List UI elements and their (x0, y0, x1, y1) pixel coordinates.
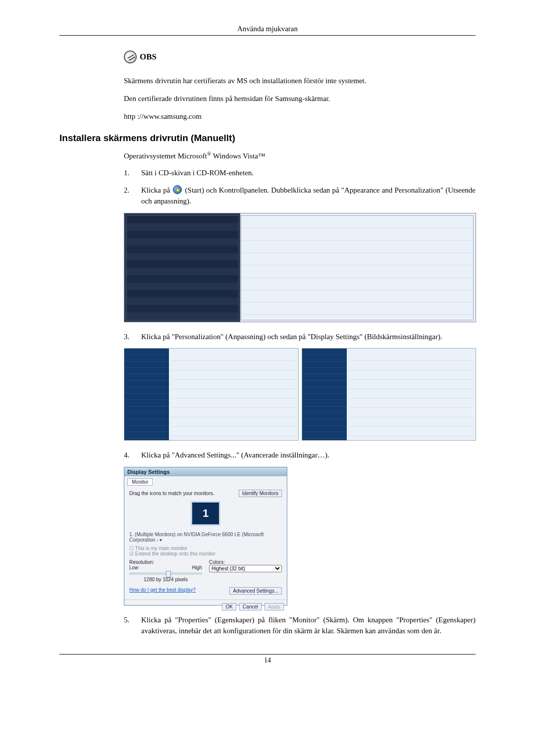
ok-button[interactable]: OK (222, 603, 236, 610)
step-text: Klicka på "Personalization" (Anpassning)… (141, 331, 476, 343)
screenshot-control-panel (124, 213, 476, 322)
resolution-label: Resolution: (129, 559, 202, 565)
dialog-title: Display Settings (124, 467, 287, 476)
steps-list-cont2: 4. Klicka på "Advanced Settings..." (Ava… (124, 450, 476, 461)
figure-start-control-panel (124, 213, 476, 322)
panel-right (302, 348, 477, 441)
figure-display-settings: Display Settings Monitor Drag the icons … (124, 467, 476, 605)
os-suffix: Windows Vista™ (211, 152, 265, 160)
step-number: 1. (124, 167, 141, 179)
obs-para-2: Den certifierade drivrutinen finns på he… (124, 94, 476, 104)
obs-para-3: http ://www.samsung.com (124, 111, 476, 122)
display-settings-dialog: Display Settings Monitor Drag the icons … (124, 467, 287, 605)
os-line: Operativsystemet Microsoft® Windows Vist… (124, 151, 476, 160)
step-text: Klicka på (Start) och Kontrollpanelen. D… (141, 185, 476, 207)
apply-button[interactable]: Apply (265, 603, 284, 610)
registered-symbol: ® (207, 151, 211, 156)
checkbox-main-monitor[interactable]: ☐ This is my main monitor (129, 546, 282, 551)
checkbox-extend-desktop[interactable]: ☑ Extend the desktop onto this monitor (129, 551, 282, 556)
step-text: Klicka på "Advanced Settings..." (Avance… (141, 450, 476, 461)
page-header: Använda mjukvaran (59, 25, 476, 36)
colors-label: Colors: (209, 559, 282, 565)
start-menu-icon (173, 185, 182, 194)
step-3: 3. Klicka på "Personalization" (Anpassni… (124, 331, 476, 343)
obs-block: OBS (124, 50, 476, 63)
step-5: 5. Klicka på "Properties" (Egenskaper) p… (124, 614, 476, 637)
resolution-slider[interactable] (129, 572, 202, 575)
drag-text: Drag the icons to match your monitors. (129, 491, 214, 496)
monitor-preview-icon[interactable]: 1 (191, 501, 220, 526)
step-2: 2. Klicka på (Start) och Kontrollpanelen… (124, 185, 476, 207)
steps-list-cont1: 3. Klicka på "Personalization" (Anpassni… (124, 331, 476, 343)
steps-list-cont3: 5. Klicka på "Properties" (Egenskaper) p… (124, 614, 476, 637)
low-label: Low (129, 565, 138, 570)
screenshot-personalization (124, 348, 476, 441)
section-heading: Installera skärmens drivrutin (Manuellt) (59, 133, 476, 144)
high-label: High (192, 565, 202, 570)
panel-left (124, 348, 299, 441)
step-1: 1. Sätt i CD-skivan i CD-ROM-enheten. (124, 167, 476, 179)
obs-title: OBS (124, 50, 476, 63)
resolution-value: 1280 by 1024 pixels (129, 577, 202, 582)
note-icon (124, 50, 137, 63)
steps-list: 1. Sätt i CD-skivan i CD-ROM-enheten. 2.… (124, 167, 476, 207)
obs-label: OBS (140, 52, 157, 62)
step-2-pre: Klicka på (141, 186, 172, 194)
colors-select[interactable]: Highest (32 bit) (209, 565, 282, 572)
monitor-description: 1. (Multiple Monitors) on NVIDIA GeForce… (129, 532, 282, 543)
step-text: Klicka på "Properties" (Egenskaper) på f… (141, 614, 476, 637)
step-number: 4. (124, 450, 141, 461)
advanced-settings-button[interactable]: Advanced Settings... (229, 587, 282, 595)
os-prefix: Operativsystemet Microsoft (124, 152, 207, 160)
figure-personalization (124, 348, 476, 441)
step-number: 2. (124, 185, 141, 207)
page-number: 14 (59, 654, 476, 664)
obs-para-1: Skärmens drivrutin har certifierats av M… (124, 76, 476, 87)
step-4: 4. Klicka på "Advanced Settings..." (Ava… (124, 450, 476, 461)
identify-monitors-button[interactable]: Identify Monitors (239, 490, 282, 497)
step-2-post: (Start) och Kontrollpanelen. Dubbelklick… (141, 186, 476, 205)
step-number: 5. (124, 614, 141, 637)
help-link[interactable]: How do I get the best display? (129, 587, 196, 595)
tab-monitor[interactable]: Monitor (127, 478, 153, 486)
cancel-button[interactable]: Cancel (239, 603, 262, 610)
step-text: Sätt i CD-skivan i CD-ROM-enheten. (141, 167, 476, 179)
step-number: 3. (124, 331, 141, 343)
